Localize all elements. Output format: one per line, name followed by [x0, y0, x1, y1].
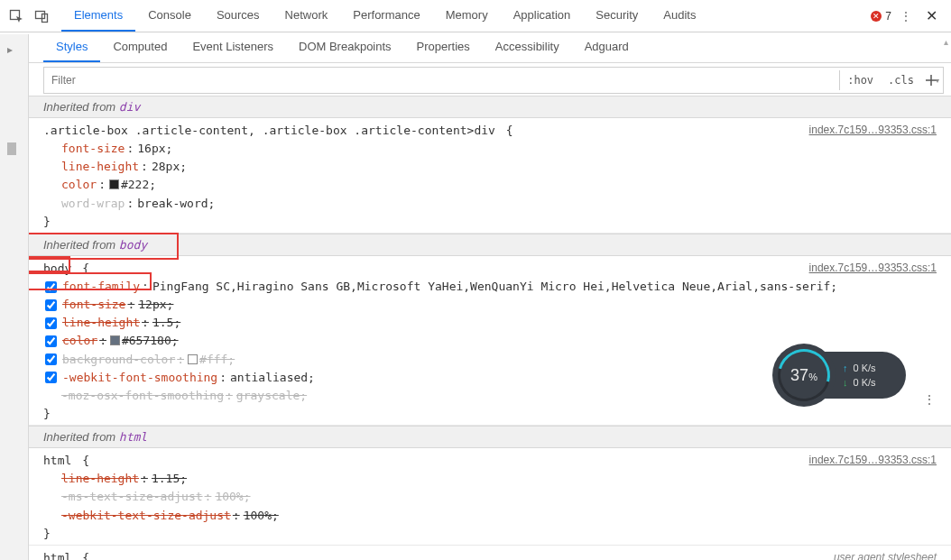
inherited-selector[interactable]: div: [119, 100, 140, 114]
css-declaration[interactable]: line-height: 1.5;: [61, 314, 937, 332]
tab-event-listeners[interactable]: Event Listeners: [180, 32, 286, 62]
source-link[interactable]: index.7c159…93353.css:1: [809, 452, 937, 469]
filter-actions: :hov .cls ▾: [839, 70, 943, 90]
inherited-selector[interactable]: body: [119, 238, 147, 252]
css-value[interactable]: 12px;: [138, 296, 173, 314]
tab-properties[interactable]: Properties: [404, 32, 483, 62]
css-declaration[interactable]: font-family: PingFang SC,Hiragino Sans G…: [61, 278, 937, 296]
tab-network[interactable]: Network: [272, 0, 341, 32]
css-value[interactable]: break-word;: [137, 195, 215, 213]
styles-content[interactable]: Inherited from div.article-box .article-…: [29, 96, 951, 560]
css-declaration[interactable]: -webkit-text-size-adjust: 100%;: [61, 507, 937, 525]
net-up: 0 K/s: [854, 363, 876, 373]
css-value[interactable]: 28px;: [152, 158, 187, 176]
css-prop[interactable]: font-size: [61, 140, 125, 158]
tab-dom-breakpoints[interactable]: DOM Breakpoints: [286, 32, 404, 62]
inherited-separator: Inherited from div: [29, 96, 951, 118]
css-declaration[interactable]: font-size: 16px;: [61, 140, 937, 158]
css-prop[interactable]: -webkit-font-smoothing: [62, 369, 217, 387]
css-declaration[interactable]: -ms-text-size-adjust: 100%;: [61, 488, 937, 506]
tab-adguard[interactable]: Adguard: [572, 32, 642, 62]
css-declaration[interactable]: line-height: 1.15;: [61, 470, 937, 488]
rule-selector[interactable]: body: [43, 262, 71, 275]
css-prop[interactable]: -moz-osx-font-smoothing: [61, 387, 224, 405]
user-agent-label: user agent stylesheet: [834, 549, 937, 560]
source-link[interactable]: index.7c159…93353.css:1: [809, 122, 937, 139]
new-style-rule-icon[interactable]: ▾: [921, 74, 943, 87]
scroll-up-icon[interactable]: ▴: [944, 37, 948, 47]
filter-input[interactable]: [44, 70, 839, 90]
css-declaration[interactable]: line-height: 28px;: [61, 158, 937, 176]
inherited-separator: Inherited from body: [29, 234, 951, 256]
css-prop[interactable]: -ms-text-size-adjust: [61, 488, 203, 506]
widget-menu-icon[interactable]: ⋮: [924, 393, 935, 406]
css-declaration[interactable]: word-wrap: break-word;: [61, 195, 937, 213]
inspect-element-icon[interactable]: [4, 4, 29, 29]
devtools-root: Elements Console Sources Network Perform…: [0, 0, 951, 560]
css-prop[interactable]: font-size: [62, 296, 125, 314]
css-rule[interactable]: .article-box .article-content, .article-…: [29, 118, 951, 234]
tab-security[interactable]: Security: [583, 0, 651, 32]
network-monitor-widget[interactable]: 37% ↑0 K/s ↓0 K/s: [772, 343, 906, 408]
close-devtools-icon[interactable]: ✕: [920, 4, 942, 29]
decl-toggle[interactable]: [45, 317, 57, 329]
css-value[interactable]: antialiased;: [230, 369, 315, 387]
decl-toggle[interactable]: [45, 353, 57, 365]
css-prop[interactable]: line-height: [61, 158, 139, 176]
css-value[interactable]: 16px;: [137, 140, 172, 158]
main-tabs: Elements Console Sources Network Perform…: [61, 0, 871, 32]
tab-audits[interactable]: Audits: [651, 0, 708, 32]
chevron-right-icon[interactable]: ▸: [7, 43, 13, 56]
css-value[interactable]: #657180;: [110, 332, 179, 350]
css-declaration[interactable]: color: #222;: [61, 176, 937, 194]
rule-selector[interactable]: .article-box .article-content, .article-…: [43, 124, 495, 137]
css-value[interactable]: #222;: [109, 176, 156, 194]
css-value[interactable]: 100%;: [215, 488, 250, 506]
css-prop[interactable]: color: [61, 176, 97, 194]
source-link[interactable]: index.7c159…93353.css:1: [809, 260, 937, 277]
hov-toggle[interactable]: :hov: [840, 70, 881, 90]
css-value[interactable]: 1.15;: [152, 470, 187, 488]
decl-toggle[interactable]: [45, 335, 57, 347]
tab-elements[interactable]: Elements: [61, 0, 135, 32]
css-value[interactable]: PingFang SC,Hiragino Sans GB,Microsoft Y…: [152, 278, 837, 296]
main-tabbar: Elements Console Sources Network Perform…: [0, 0, 951, 32]
tab-accessibility[interactable]: Accessibility: [483, 32, 572, 62]
tab-console[interactable]: Console: [135, 0, 204, 32]
net-down: 0 K/s: [854, 377, 876, 388]
css-value[interactable]: 100%;: [244, 507, 279, 525]
css-prop[interactable]: line-height: [61, 470, 139, 488]
filter-bar: :hov .cls ▾: [43, 67, 944, 94]
css-rule[interactable]: html {user agent stylesheet: [29, 546, 951, 560]
devtools-menu-icon[interactable]: ⋮: [897, 4, 915, 29]
inherited-selector[interactable]: html: [119, 430, 147, 444]
net-usage-circle: 37%: [772, 344, 836, 407]
css-prop[interactable]: background-color: [62, 351, 175, 369]
decl-toggle[interactable]: [45, 299, 57, 311]
css-rule[interactable]: html {index.7c159…93353.css:1line-height…: [29, 448, 951, 546]
arrow-down-icon: ↓: [843, 377, 848, 388]
rule-selector[interactable]: html: [43, 454, 71, 467]
tab-memory[interactable]: Memory: [433, 0, 501, 32]
css-prop[interactable]: font-family: [62, 278, 140, 296]
tab-sources[interactable]: Sources: [204, 0, 272, 32]
device-toolbar-icon[interactable]: [29, 4, 54, 29]
tab-application[interactable]: Application: [501, 0, 584, 32]
error-count: 7: [885, 10, 891, 23]
rule-selector[interactable]: html: [43, 551, 71, 560]
css-declaration[interactable]: font-size: 12px;: [61, 296, 937, 314]
tab-performance[interactable]: Performance: [340, 0, 432, 32]
css-prop[interactable]: -webkit-text-size-adjust: [61, 507, 231, 525]
cls-toggle[interactable]: .cls: [881, 70, 921, 90]
error-count-badge[interactable]: ✕ 7: [871, 10, 891, 23]
css-value[interactable]: #fff;: [188, 351, 235, 369]
decl-toggle[interactable]: [45, 281, 57, 293]
css-prop[interactable]: line-height: [62, 314, 140, 332]
tab-computed[interactable]: Computed: [100, 32, 180, 62]
css-prop[interactable]: color: [62, 332, 97, 350]
css-prop[interactable]: word-wrap: [61, 195, 125, 213]
tab-styles[interactable]: Styles: [43, 32, 100, 62]
css-value[interactable]: 1.5;: [152, 314, 180, 332]
css-value[interactable]: grayscale;: [236, 387, 307, 405]
decl-toggle[interactable]: [45, 372, 57, 383]
